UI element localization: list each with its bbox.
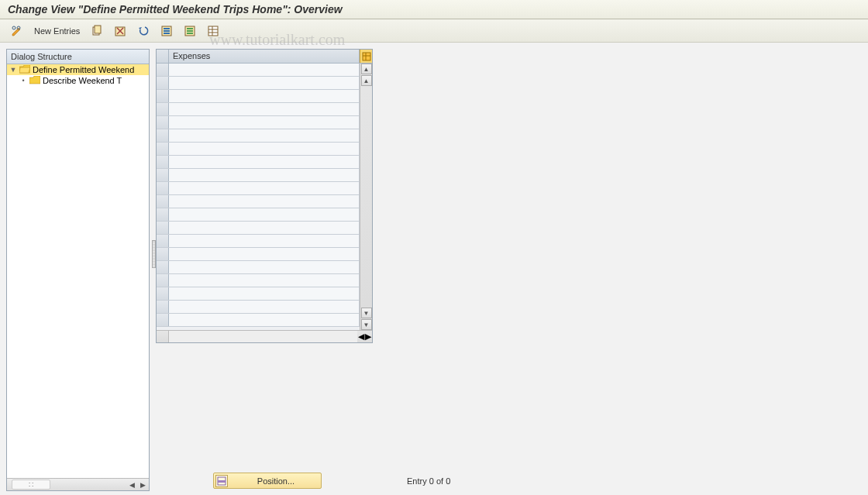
splitter-handle[interactable] <box>152 240 156 268</box>
table-row[interactable] <box>157 129 360 143</box>
row-marker[interactable] <box>157 169 169 181</box>
table-row[interactable] <box>157 143 360 156</box>
row-cell[interactable] <box>169 235 360 247</box>
table-row[interactable] <box>157 77 360 90</box>
select-all-button[interactable] <box>157 23 176 39</box>
scroll-up-icon[interactable]: ▲ <box>361 75 372 86</box>
row-cell[interactable] <box>169 156 360 168</box>
row-marker[interactable] <box>157 64 169 76</box>
row-cell[interactable] <box>169 77 360 89</box>
table-row[interactable] <box>157 169 360 182</box>
row-marker[interactable] <box>157 195 169 208</box>
table-header-row: Expenses <box>157 50 372 64</box>
row-cell[interactable] <box>169 287 360 300</box>
entry-count-text: Entry 0 of 0 <box>407 476 450 486</box>
row-cell[interactable] <box>169 143 360 155</box>
row-cell[interactable] <box>169 195 360 208</box>
row-cell[interactable] <box>169 222 360 234</box>
position-button[interactable]: Position... <box>213 473 322 489</box>
scroll-right-icon[interactable]: ▶ <box>365 332 371 342</box>
delete-button[interactable] <box>111 23 129 39</box>
row-marker-header[interactable] <box>157 50 169 63</box>
table-row[interactable] <box>157 103 360 116</box>
table-row[interactable] <box>157 182 360 195</box>
footer-row: Position... Entry 0 of 0 <box>213 473 450 489</box>
vertical-scrollbar[interactable]: ▲ ▲ ▼ ▼ <box>360 64 372 330</box>
folder-closed-icon <box>29 76 40 85</box>
table-row[interactable] <box>157 274 360 287</box>
table-row[interactable] <box>157 195 360 208</box>
table-row[interactable] <box>157 261 360 274</box>
tree-item-describe-weekend[interactable]: • Describe Weekend T <box>7 75 149 86</box>
row-cell[interactable] <box>169 301 360 313</box>
row-marker[interactable] <box>157 116 169 129</box>
row-marker[interactable] <box>157 77 169 89</box>
row-marker[interactable] <box>157 182 169 194</box>
scroll-left-icon[interactable]: ◀ <box>127 481 136 489</box>
svg-rect-8 <box>164 33 170 34</box>
table-row[interactable] <box>157 156 360 169</box>
row-cell[interactable] <box>169 261 360 273</box>
scroll-left-icon[interactable]: ◀ <box>358 332 364 342</box>
copy-button[interactable] <box>88 23 106 39</box>
table-row[interactable] <box>157 314 360 327</box>
row-cell[interactable] <box>169 274 360 287</box>
row-cell[interactable] <box>169 314 360 326</box>
table-row[interactable] <box>157 235 360 248</box>
deselect-all-icon <box>184 25 196 37</box>
svg-rect-11 <box>187 30 193 32</box>
table-row[interactable] <box>157 222 360 235</box>
table-config-icon <box>362 52 371 61</box>
collapse-icon[interactable]: ▼ <box>9 66 17 74</box>
main-area: Dialog Structure ▼ Define Permitted Week… <box>0 43 868 491</box>
table-row[interactable] <box>157 116 360 129</box>
table-row[interactable] <box>157 301 360 314</box>
table-settings-icon <box>207 25 219 37</box>
column-header-expenses[interactable]: Expenses <box>169 50 360 63</box>
horizontal-scrollbar[interactable]: ◀ ▶ <box>157 330 372 342</box>
scroll-up-icon[interactable]: ▲ <box>361 64 372 74</box>
row-marker[interactable] <box>157 222 169 234</box>
row-marker[interactable] <box>157 90 169 102</box>
toggle-display-change-button[interactable] <box>8 23 26 39</box>
table-row[interactable] <box>157 90 360 103</box>
undo-button[interactable] <box>134 23 153 39</box>
row-marker[interactable] <box>157 129 169 142</box>
table-row[interactable] <box>157 64 360 77</box>
table-config-button[interactable] <box>360 50 372 63</box>
new-entries-button[interactable]: New Entries <box>31 25 83 37</box>
row-marker[interactable] <box>157 274 169 287</box>
row-marker[interactable] <box>157 103 169 115</box>
configure-button[interactable] <box>204 23 222 39</box>
row-cell[interactable] <box>169 64 360 76</box>
row-cell[interactable] <box>169 248 360 260</box>
tree-item-define-permitted[interactable]: ▼ Define Permitted Weekend <box>7 64 149 75</box>
row-cell[interactable] <box>169 129 360 142</box>
deselect-all-button[interactable] <box>181 23 199 39</box>
row-marker[interactable] <box>157 208 169 221</box>
scroll-down-icon[interactable]: ▼ <box>361 319 372 330</box>
row-cell[interactable] <box>169 116 360 129</box>
row-cell[interactable] <box>169 103 360 115</box>
row-marker[interactable] <box>157 287 169 300</box>
row-marker[interactable] <box>157 156 169 168</box>
row-cell[interactable] <box>169 90 360 102</box>
scroll-right-icon[interactable]: ▶ <box>138 481 147 489</box>
table-row[interactable] <box>157 287 360 301</box>
row-marker[interactable] <box>157 261 169 273</box>
dialog-structure-scrollbar[interactable]: ∷ ◀ ▶ <box>7 478 149 490</box>
scroll-down-icon[interactable]: ▼ <box>361 308 372 318</box>
svg-rect-10 <box>187 28 193 29</box>
row-cell[interactable] <box>169 182 360 194</box>
row-marker[interactable] <box>157 314 169 326</box>
row-cell[interactable] <box>169 169 360 181</box>
delete-icon <box>114 25 126 37</box>
row-marker[interactable] <box>157 301 169 313</box>
row-marker[interactable] <box>157 143 169 155</box>
row-marker[interactable] <box>157 248 169 260</box>
row-cell[interactable] <box>169 208 360 221</box>
table-row[interactable] <box>157 248 360 261</box>
tree-item-label: Define Permitted Weekend <box>33 65 134 74</box>
row-marker[interactable] <box>157 235 169 247</box>
table-row[interactable] <box>157 208 360 222</box>
